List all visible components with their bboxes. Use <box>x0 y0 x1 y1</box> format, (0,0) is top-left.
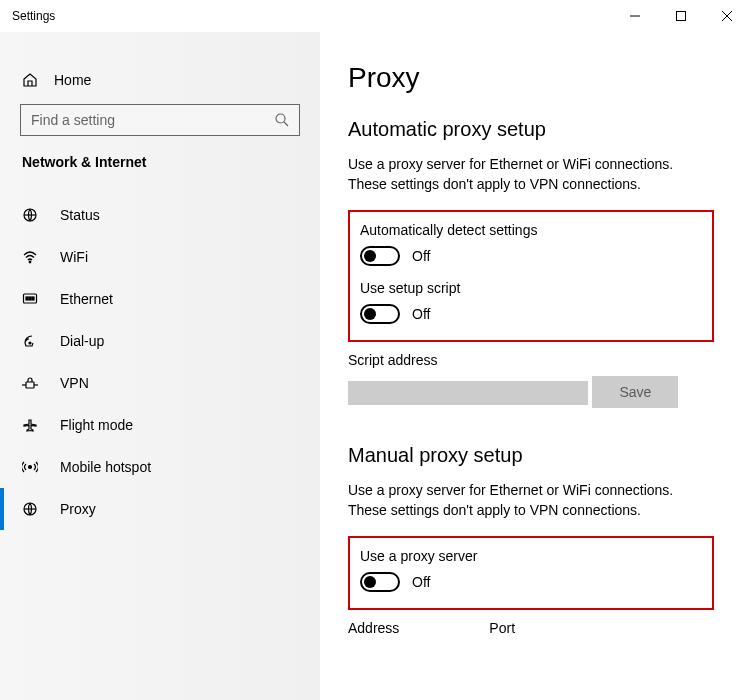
search-input[interactable] <box>21 105 299 135</box>
sidebar-item-hotspot[interactable]: Mobile hotspot <box>0 446 320 488</box>
save-button[interactable]: Save <box>592 376 678 408</box>
svg-point-17 <box>29 466 32 469</box>
svg-rect-11 <box>29 297 31 300</box>
svg-rect-12 <box>32 297 34 300</box>
sidebar: Home Network & Internet Status WiFi Ethe… <box>0 32 320 700</box>
script-state: Off <box>412 306 430 322</box>
sidebar-item-dialup[interactable]: Dial-up <box>0 320 320 362</box>
sidebar-item-label: Dial-up <box>60 333 104 349</box>
window-controls <box>612 0 750 32</box>
svg-point-8 <box>29 261 31 263</box>
manual-description: Use a proxy server for Ethernet or WiFi … <box>348 481 708 520</box>
home-label: Home <box>54 72 91 88</box>
home-icon <box>22 72 38 88</box>
sidebar-item-ethernet[interactable]: Ethernet <box>0 278 320 320</box>
sidebar-item-label: Ethernet <box>60 291 113 307</box>
vpn-icon <box>22 375 38 391</box>
sidebar-item-label: Flight mode <box>60 417 133 433</box>
port-label: Port <box>489 620 515 636</box>
auto-heading: Automatic proxy setup <box>348 118 714 141</box>
title-bar: Settings <box>0 0 750 32</box>
detect-state: Off <box>412 248 430 264</box>
sidebar-item-label: Proxy <box>60 501 96 517</box>
window-title: Settings <box>0 9 55 23</box>
sidebar-item-wifi[interactable]: WiFi <box>0 236 320 278</box>
search-box[interactable] <box>20 104 300 136</box>
minimize-button[interactable] <box>612 0 658 32</box>
manual-heading: Manual proxy setup <box>348 444 714 467</box>
use-proxy-label: Use a proxy server <box>360 548 700 564</box>
detect-toggle[interactable] <box>360 246 400 266</box>
svg-point-4 <box>276 114 285 123</box>
hotspot-icon <box>22 459 38 475</box>
highlight-box-auto: Automatically detect settings Off Use se… <box>348 210 714 342</box>
svg-rect-14 <box>26 382 34 388</box>
svg-rect-1 <box>677 12 686 21</box>
sidebar-item-label: Status <box>60 207 100 223</box>
detect-label: Automatically detect settings <box>360 222 700 238</box>
status-icon <box>22 207 38 223</box>
section-title: Network & Internet <box>0 154 320 194</box>
highlight-box-manual: Use a proxy server Off <box>348 536 714 610</box>
sidebar-item-label: WiFi <box>60 249 88 265</box>
sidebar-item-vpn[interactable]: VPN <box>0 362 320 404</box>
use-proxy-toggle[interactable] <box>360 572 400 592</box>
svg-point-13 <box>29 342 31 344</box>
sidebar-item-flightmode[interactable]: Flight mode <box>0 404 320 446</box>
script-addr-label: Script address <box>348 352 714 368</box>
sidebar-item-status[interactable]: Status <box>0 194 320 236</box>
maximize-button[interactable] <box>658 0 704 32</box>
svg-line-5 <box>284 122 288 126</box>
sidebar-item-label: Mobile hotspot <box>60 459 151 475</box>
script-label: Use setup script <box>360 280 700 296</box>
dialup-icon <box>22 333 38 349</box>
home-nav[interactable]: Home <box>0 62 320 98</box>
script-toggle[interactable] <box>360 304 400 324</box>
sidebar-item-proxy[interactable]: Proxy <box>0 488 320 530</box>
svg-rect-10 <box>26 297 28 300</box>
sidebar-item-label: VPN <box>60 375 89 391</box>
address-label: Address <box>348 620 399 636</box>
script-addr-input[interactable] <box>348 381 588 405</box>
content-panel: Proxy Automatic proxy setup Use a proxy … <box>320 32 750 700</box>
page-title: Proxy <box>348 62 714 94</box>
search-icon <box>275 113 289 127</box>
airplane-icon <box>22 417 38 433</box>
auto-description: Use a proxy server for Ethernet or WiFi … <box>348 155 708 194</box>
globe-icon <box>22 501 38 517</box>
close-button[interactable] <box>704 0 750 32</box>
wifi-icon <box>22 249 38 265</box>
ethernet-icon <box>22 291 38 307</box>
use-proxy-state: Off <box>412 574 430 590</box>
